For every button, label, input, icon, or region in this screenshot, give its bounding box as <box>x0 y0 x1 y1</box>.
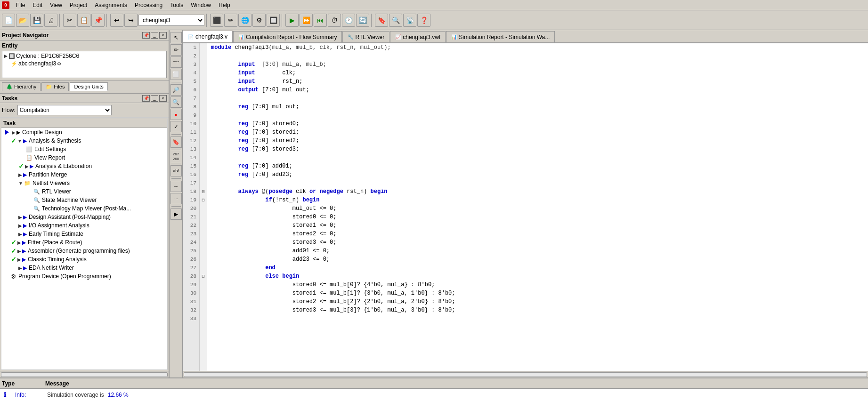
task-item-netlist-viewers[interactable]: ▼ 📁 Netlist Viewers <box>1 179 167 187</box>
vtool-zoom-out[interactable]: 🔍 <box>170 96 182 108</box>
help-icon-button[interactable]: ❓ <box>417 14 430 27</box>
fold-19[interactable]: ⊟ <box>200 196 207 204</box>
expand-ae[interactable]: ▶ <box>25 164 29 169</box>
task-item-early-timing[interactable]: ▶ ▶ Early Timing Estimate <box>1 230 167 238</box>
menu-processing[interactable]: Processing <box>131 1 166 9</box>
menu-edit[interactable]: Edit <box>29 1 46 9</box>
redo-button[interactable]: ↪ <box>124 14 138 27</box>
task-item-assembler[interactable]: ✓ ▶ ▶ Assembler (Generate programming fi… <box>1 247 167 255</box>
vtool-bookmark[interactable]: 🔖 <box>170 136 182 148</box>
menu-window[interactable]: Window <box>187 1 215 9</box>
expand-pm[interactable]: ▶ <box>18 172 22 177</box>
gear-button[interactable]: ⚙ <box>252 14 266 27</box>
signalprobe-button[interactable]: 📡 <box>403 14 416 27</box>
expand-io[interactable]: ▶ <box>18 223 22 228</box>
entity-item-cyclone[interactable]: ▶ 🔲 Cyclone : EP1C6F256C6 <box>3 52 165 60</box>
tasks-close-button[interactable]: × <box>159 95 167 102</box>
tasks-min-button[interactable]: _ <box>151 95 158 102</box>
vtool-arrow[interactable]: → <box>170 181 182 192</box>
menu-assignments[interactable]: Assignments <box>91 1 131 9</box>
sim-button[interactable]: 🔄 <box>356 14 369 27</box>
expand-eda[interactable]: ▶ <box>18 265 22 271</box>
task-item-compile[interactable]: ▶ ▶ Compile Design <box>1 128 167 136</box>
entity-item-design[interactable]: ⚡ abc chengfaqi3 ⚙ <box>3 60 165 67</box>
fold-18[interactable]: ⊟ <box>200 187 207 196</box>
expand-compile[interactable]: ▶ <box>12 130 16 135</box>
entity-tree[interactable]: ▶ 🔲 Cyclone : EP1C6F256C6 ⚡ abc chengfaq… <box>2 51 167 78</box>
tab-hierarchy[interactable]: 🌲 Hierarchy <box>2 82 41 91</box>
copy-button[interactable]: 📋 <box>77 14 90 27</box>
run-step-button[interactable]: ⏩ <box>300 14 313 27</box>
expand-et[interactable]: ▶ <box>18 232 22 237</box>
menu-help[interactable]: Help <box>215 1 234 9</box>
task-item-io-analysis[interactable]: ▶ ▶ I/O Assignment Analysis <box>1 221 167 230</box>
horiz-scrollbar[interactable] <box>183 371 868 377</box>
cut-button[interactable]: ✂ <box>63 14 76 27</box>
pencil-button[interactable]: ✏ <box>224 14 237 27</box>
task-item-state-machine[interactable]: 🔍 State Machine Viewer <box>1 196 167 204</box>
vtool-zoom-in[interactable]: 🔎 <box>170 84 182 96</box>
expand-da[interactable]: ▶ <box>18 215 22 220</box>
task-item-fitter[interactable]: ✓ ▶ ▶ Fitter (Place & Route) <box>1 238 167 247</box>
new-button[interactable]: 📄 <box>2 14 15 27</box>
vtool-wire[interactable]: 〰 <box>170 56 182 68</box>
chip-button[interactable]: 🔲 <box>267 14 280 27</box>
task-list[interactable]: Task ▶ ▶ Compile Design ✓ ▼ ▶ Analysis &… <box>1 119 168 370</box>
vtool-check[interactable]: ✓ <box>170 121 182 132</box>
tasks-pin-button[interactable]: 📌 <box>142 95 150 102</box>
task-item-rtl-viewer[interactable]: 🔍 RTL Viewer <box>1 187 167 196</box>
vtool-nav-arrow[interactable]: ▶ <box>170 209 182 220</box>
tab-design-units[interactable]: Design Units <box>70 82 107 91</box>
tab-rtl-viewer[interactable]: 🔧 RTL Viewer <box>342 31 389 42</box>
task-item-view-report[interactable]: 📋 View Report <box>1 153 167 162</box>
tab-vwf[interactable]: 📈 chengfaqi3.vwf <box>390 31 446 42</box>
nav-close-button[interactable]: × <box>159 32 167 39</box>
code-content[interactable]: module chengfaqi3(mul_a, mul_b, clk, rst… <box>207 43 868 371</box>
menu-view[interactable]: View <box>46 1 66 9</box>
tab-compilation-report[interactable]: 📊 Compilation Report - Flow Summary <box>233 31 342 42</box>
expand-ct[interactable]: ▶ <box>17 257 21 262</box>
code-editor[interactable]: 1 2 3 4 5 6 7 8 9 10 11 12 13 14 15 16 1 <box>183 43 868 371</box>
stop-button[interactable]: ⬛ <box>210 14 223 27</box>
vtool-box[interactable]: ⬜ <box>170 69 182 80</box>
task-item-edit-settings[interactable]: ⬜ Edit Settings <box>1 145 167 153</box>
menu-project[interactable]: Project <box>66 1 91 9</box>
task-item-program-device[interactable]: ⚙ Program Device (Open Programmer) <box>1 272 167 281</box>
vtool-dots[interactable]: ⋯ <box>170 193 182 204</box>
tab-chengfaqi3-v[interactable]: 📄 chengfaqi3.v <box>183 31 233 43</box>
vtool-draw[interactable]: ✏ <box>170 44 182 56</box>
expand-nv[interactable]: ▼ <box>18 181 23 186</box>
bookmark-button[interactable]: 🔖 <box>375 14 388 27</box>
task-item-analysis-synthesis[interactable]: ✓ ▼ ▶ Analysis & Synthesis <box>1 136 167 145</box>
nav-pin-button[interactable]: 📌 <box>142 32 150 39</box>
clock-button[interactable]: 🕐 <box>342 14 355 27</box>
globe-button[interactable]: 🌐 <box>238 14 251 27</box>
task-item-eda-netlist[interactable]: ▶ ▶ EDA Netlist Writer <box>1 264 167 272</box>
task-item-design-assistant[interactable]: ▶ ▶ Design Assistant (Post-Mapping) <box>1 213 167 221</box>
expand-asm[interactable]: ▶ <box>17 249 21 254</box>
menu-file[interactable]: File <box>12 1 29 9</box>
paste-button[interactable]: 📌 <box>91 14 105 27</box>
project-combo[interactable]: chengfaqi3 <box>138 15 204 26</box>
horiz-scroll-track[interactable] <box>184 372 867 377</box>
rewind-button[interactable]: ⏮ <box>314 14 327 27</box>
print-button[interactable]: 🖨 <box>44 14 57 27</box>
run-button[interactable]: ▶ <box>285 14 299 27</box>
analyze-button[interactable]: 🔍 <box>389 14 402 27</box>
vtool-ab[interactable]: ab/ <box>170 165 182 176</box>
vtool-pointer[interactable]: ↖ <box>170 32 182 43</box>
open-button[interactable]: 📂 <box>16 14 29 27</box>
tab-files[interactable]: 📁 Files <box>41 82 69 91</box>
vtool-red[interactable]: ● <box>170 109 182 120</box>
tab-sim-report[interactable]: 📊 Simulation Report - Simulation Wa... <box>446 31 555 42</box>
expand-ana-syn[interactable]: ▼ <box>17 138 22 144</box>
fold-28[interactable]: ⊟ <box>200 272 207 281</box>
task-item-analysis-elaboration[interactable]: ✓ ▶ ▶ Analysis & Elaboration <box>1 162 167 170</box>
left-scroll-track[interactable] <box>1 372 168 377</box>
task-item-partition-merge[interactable]: ▶ ▶ Partition Merge <box>1 170 167 179</box>
expand-fitter[interactable]: ▶ <box>17 240 21 245</box>
left-scroll[interactable] <box>0 371 169 377</box>
save-button[interactable]: 💾 <box>30 14 43 27</box>
task-item-classic-timing[interactable]: ✓ ▶ ▶ Classic Timing Analysis <box>1 255 167 264</box>
nav-min-button[interactable]: _ <box>151 32 158 39</box>
